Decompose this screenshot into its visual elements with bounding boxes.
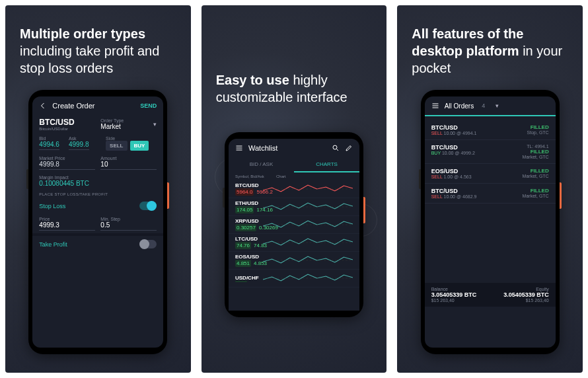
bid-value: 4994.6 xyxy=(39,141,59,150)
equity-label: Equity xyxy=(503,287,549,291)
sl-minstep-input[interactable]: 0.5 xyxy=(100,221,157,231)
sparkline-chart xyxy=(263,254,353,267)
order-side: BUY xyxy=(431,151,441,155)
sparkline-chart xyxy=(263,236,353,249)
ask-value: 4999.8 xyxy=(69,141,89,150)
watchlist-row[interactable]: LTC/USD74.7674.83 xyxy=(229,234,359,252)
order-item[interactable]: BTC/USDSELL 10.00 @ 4994.1FILLEDStop, GT… xyxy=(425,120,556,140)
order-status: FILLED xyxy=(523,188,549,194)
edit-icon[interactable] xyxy=(345,144,353,152)
order-side: SELL xyxy=(431,194,443,199)
equity-value: 3.05405339 BTC xyxy=(503,291,549,298)
order-side: SELL xyxy=(431,131,443,135)
sparkline-chart xyxy=(263,272,353,285)
side-label: Side xyxy=(106,136,157,141)
watchlist-symbol: BTC/USD xyxy=(235,182,258,188)
order-item[interactable]: EOS/USDSELL 1.00 @ 4.563FILLEDMarket, GT… xyxy=(425,164,556,184)
promo-text-2: Easy to use highly customizable interfac… xyxy=(202,5,387,119)
watchlist-symbol: EOS/USD xyxy=(235,254,258,260)
create-order-title: Create Order xyxy=(52,102,94,110)
screen-create-order: Create Order SEND BTC/USD Bitcoin/USDoll… xyxy=(32,96,163,348)
menu-icon[interactable] xyxy=(235,144,243,152)
order-symbol: EOS/USD xyxy=(431,168,472,174)
col-symbol-header: Symbol, Bid/Ask xyxy=(235,174,276,178)
order-side: SELL xyxy=(431,174,443,179)
market-price-label: Market Price xyxy=(39,156,95,161)
phone-frame-3: All Orders 4 ▾ BTC/USDSELL 10.00 @ 4994.… xyxy=(421,90,560,354)
chevron-down-icon[interactable]: ▾ xyxy=(153,121,157,128)
order-qty: 1.00 @ 4.563 xyxy=(444,174,472,179)
order-tp: TL: 4994.1 xyxy=(523,144,549,149)
phone-frame-1: Create Order SEND BTC/USD Bitcoin/USDoll… xyxy=(28,90,167,354)
pair-subtitle: Bitcoin/USDollar xyxy=(39,127,95,131)
watchlist-symbol: XRP/USD xyxy=(235,218,258,224)
watchlist-bid: 74.76 xyxy=(235,242,251,249)
order-item[interactable]: BTC/USDBUY 10.00 @ 4999.2TL: 4994.1FILLE… xyxy=(425,140,556,164)
back-icon[interactable] xyxy=(39,102,47,110)
watchlist-bid: 4.851 xyxy=(235,260,251,267)
sl-minstep-label: Min. Step xyxy=(100,217,157,221)
amount-label: Amount xyxy=(100,156,157,161)
watchlist-symbol: USD/CHF xyxy=(235,275,258,281)
watchlist-title: Watchlist xyxy=(248,144,277,152)
balance-label: Balance xyxy=(431,287,477,291)
watchlist-row[interactable]: XRP/USD0.302570.30269 xyxy=(229,216,359,234)
promo-panel-1: Multiple order types including take prof… xyxy=(5,5,191,373)
order-qty: 10.00 @ 4994.1 xyxy=(444,131,477,135)
svg-point-0 xyxy=(333,145,337,149)
watchlist-bid xyxy=(235,281,247,282)
search-icon[interactable] xyxy=(332,144,340,152)
pair-symbol[interactable]: BTC/USD xyxy=(39,118,95,127)
order-item[interactable]: BTC/USDSELL 10.00 @ 4682.9FILLEDMarket, … xyxy=(425,184,556,204)
order-status: FILLED xyxy=(523,149,549,155)
order-type-sub: Stop, GTC xyxy=(527,130,549,135)
sl-price-label: Price xyxy=(39,217,95,221)
order-type-select[interactable]: Market xyxy=(100,123,149,130)
sl-price-input[interactable]: 4999.3 xyxy=(39,221,95,231)
col-chart-header: Chart xyxy=(276,174,286,178)
market-price-value: 4999.8 xyxy=(39,161,95,170)
amount-input[interactable]: 10 xyxy=(100,161,157,170)
phone-frame-2: Watchlist BID / ASK CHARTS Symbol, Bid/A… xyxy=(225,132,363,317)
watchlist-row[interactable]: USD/CHF xyxy=(229,270,359,287)
buy-button[interactable]: BUY xyxy=(130,141,149,151)
equity-usd: $15 263,40 xyxy=(503,298,549,303)
sparkline-chart xyxy=(263,200,353,213)
sparkline-chart xyxy=(263,218,353,231)
order-symbol: BTC/USD xyxy=(431,188,477,194)
order-status: FILLED xyxy=(527,124,549,130)
promo-light-1: including take profit and stop loss orde… xyxy=(20,44,159,75)
tab-charts[interactable]: CHARTS xyxy=(294,157,359,172)
watchlist-row[interactable]: EOS/USD4.8514.853 xyxy=(229,252,359,270)
send-button[interactable]: SEND xyxy=(140,102,157,109)
watchlist-row[interactable]: BTC/USD5964.05966.2 xyxy=(229,180,359,198)
menu-icon[interactable] xyxy=(431,102,439,110)
promo-bold-3: All features of the desktop platform xyxy=(412,26,523,58)
take-profit-toggle[interactable] xyxy=(139,240,157,248)
balance-row: Balance 3.05405339 BTC $15 263,40 Equity… xyxy=(425,283,556,307)
take-profit-label: Take Profit xyxy=(39,241,67,248)
sell-button[interactable]: SELL xyxy=(106,141,127,151)
margin-impact-label: Margin Impact xyxy=(39,175,157,180)
watchlist-symbol: ETH/USD xyxy=(235,200,258,206)
stop-loss-toggle[interactable] xyxy=(139,202,157,210)
stop-loss-label: Stop Loss xyxy=(39,203,65,209)
order-type-sub: Market, GTC xyxy=(523,194,549,198)
watchlist-bid: 0.30257 xyxy=(235,224,256,231)
screen-all-orders: All Orders 4 ▾ BTC/USDSELL 10.00 @ 4994.… xyxy=(425,96,556,348)
all-orders-title: All Orders xyxy=(445,102,474,110)
promo-text-1: Multiple order types including take prof… xyxy=(5,5,191,90)
order-status: FILLED xyxy=(523,168,549,174)
chevron-down-icon[interactable]: ▾ xyxy=(496,102,499,109)
promo-text-3: All features of the desktop platform in … xyxy=(397,5,583,90)
ask-label: Ask xyxy=(69,136,89,141)
promo-bold-1: Multiple order types xyxy=(20,26,145,41)
order-qty: 10.00 @ 4999.2 xyxy=(442,151,475,155)
order-type-sub: Market, GTC xyxy=(523,174,549,178)
order-symbol: BTC/USD xyxy=(431,144,475,151)
tab-bidask[interactable]: BID / ASK xyxy=(229,157,294,172)
sparkline-chart xyxy=(263,182,353,196)
order-type-label: Order Type xyxy=(100,118,149,123)
sltp-section-header: PLACE STOP LOSS/TAKE PROFIT xyxy=(32,190,163,198)
watchlist-row[interactable]: ETH/USD174.05174.16 xyxy=(229,198,359,216)
